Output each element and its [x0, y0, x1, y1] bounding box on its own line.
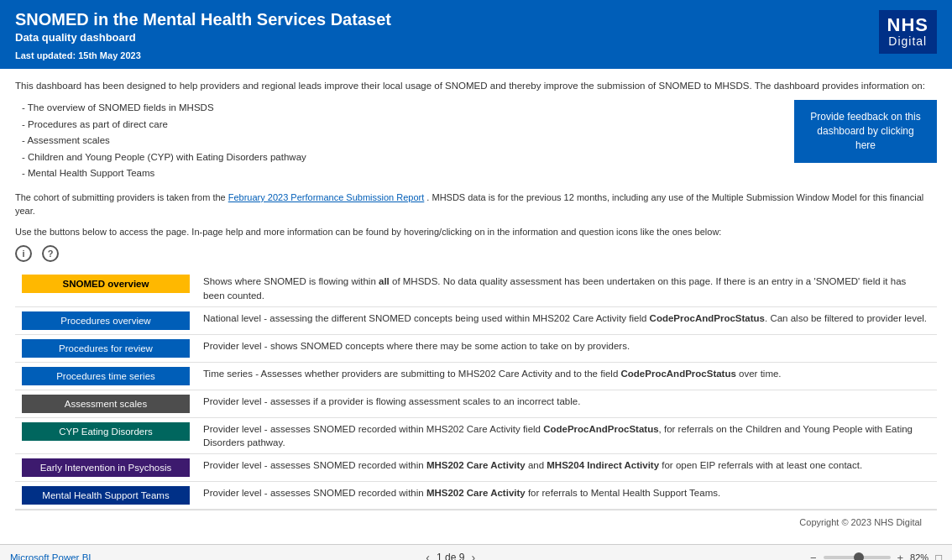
info-row: - The overview of SNOMED fields in MHSDS… — [15, 100, 937, 182]
nav-row-1: Procedures overview National level - ass… — [15, 306, 937, 334]
nav-row-5: CYP Eating Disorders Provider level - as… — [15, 417, 937, 453]
bullet-1: - The overview of SNOMED fields in MHSDS — [22, 100, 794, 117]
page-navigation: ‹ 1 de 9 › — [426, 551, 475, 560]
nav-desc-6: Provider level - assesses SNOMED recorde… — [196, 453, 937, 481]
next-page-button[interactable]: › — [471, 551, 475, 560]
nav-row-7: Mental Health Support Teams Provider lev… — [15, 481, 937, 509]
cohort-link[interactable]: February 2023 Performance Submission Rep… — [228, 192, 425, 202]
updated-date: 15th May 2023 — [78, 50, 141, 60]
nav-desc-7: Provider level - assesses SNOMED recorde… — [196, 481, 937, 509]
nhs-logo: NHS Digital — [879, 10, 937, 54]
bullet-2: - Procedures as part of direct care — [22, 117, 794, 133]
feedback-button[interactable]: Provide feedback on this dashboard by cl… — [794, 100, 937, 162]
header: SNOMED in the Mental Health Services Dat… — [0, 0, 952, 69]
info-icon[interactable]: i — [15, 245, 32, 262]
header-updated: Last updated: 15th May 2023 — [15, 50, 391, 60]
nav-row-3: Procedures time series Time series - Ass… — [15, 362, 937, 390]
zoom-handle[interactable] — [854, 552, 864, 560]
app-name[interactable]: Microsoft Power BI — [10, 552, 92, 560]
nav-table: SNOMED overview Shows where SNOMED is fl… — [15, 270, 937, 509]
use-text: Use the buttons below to access the page… — [15, 225, 937, 239]
updated-label: Last updated: — [15, 50, 76, 60]
nav-row-2: Procedures for review Provider level - s… — [15, 334, 937, 362]
nav-btn-eip[interactable]: Early Intervention in Psychosis — [22, 458, 190, 477]
cohort-text: The cohort of submitting providers is ta… — [15, 191, 937, 218]
nav-btn-procedures-time-series[interactable]: Procedures time series — [22, 367, 190, 385]
nav-btn-procedures-overview[interactable]: Procedures overview — [22, 311, 190, 330]
nav-btn-mhst[interactable]: Mental Health Support Teams — [22, 486, 190, 505]
page-info: 1 de 9 — [437, 552, 464, 560]
question-icon[interactable]: ? — [42, 245, 59, 262]
nav-row-0: SNOMED overview Shows where SNOMED is fl… — [15, 270, 937, 306]
fit-page-icon[interactable]: □ — [935, 552, 942, 560]
header-subtitle: Data quality dashboard — [15, 31, 391, 44]
zoom-out-button[interactable]: − — [810, 552, 817, 560]
nav-btn-snomed-overview[interactable]: SNOMED overview — [22, 275, 190, 293]
zoom-level: 82% — [910, 552, 928, 560]
nav-desc-2: Provider level - shows SNOMED concepts w… — [196, 334, 937, 362]
zoom-slider[interactable] — [824, 556, 891, 559]
header-title: SNOMED in the Mental Health Services Dat… — [15, 10, 391, 29]
nav-desc-0: Shows where SNOMED is flowing within all… — [196, 270, 937, 306]
prev-page-button[interactable]: ‹ — [426, 551, 430, 560]
bullet-5: - Mental Health Support Teams — [22, 165, 794, 182]
bullet-3: - Assessment scales — [22, 133, 794, 149]
nav-desc-3: Time series - Assesses whether providers… — [196, 362, 937, 390]
footer: Copyright © 2023 NHS Digital — [15, 510, 937, 534]
bullet-list: - The overview of SNOMED fields in MHSDS… — [22, 100, 794, 182]
info-left: - The overview of SNOMED fields in MHSDS… — [15, 100, 794, 182]
bottom-bar: Microsoft Power BI ‹ 1 de 9 › − + 82% □ — [0, 544, 952, 560]
zoom-in-button[interactable]: + — [897, 552, 904, 560]
icon-row: i ? — [15, 245, 937, 262]
nav-desc-5: Provider level - assesses SNOMED recorde… — [196, 417, 937, 453]
cohort-prefix: The cohort of submitting providers is ta… — [15, 192, 226, 202]
intro-text: This dashboard has been designed to help… — [15, 79, 937, 93]
bullet-4: - Children and Young People (CYP) with E… — [22, 149, 794, 166]
nav-btn-procedures-review[interactable]: Procedures for review — [22, 339, 190, 358]
header-left: SNOMED in the Mental Health Services Dat… — [15, 10, 391, 60]
zoom-controls: − + 82% □ — [810, 552, 942, 560]
nav-btn-assessment-scales[interactable]: Assessment scales — [22, 395, 190, 413]
nav-desc-4: Provider level - assesses if a provider … — [196, 390, 937, 417]
nav-row-6: Early Intervention in Psychosis Provider… — [15, 453, 937, 481]
content-area: This dashboard has been designed to help… — [0, 69, 952, 544]
nav-row-4: Assessment scales Provider level - asses… — [15, 390, 937, 417]
nav-btn-cyp-eating-disorders[interactable]: CYP Eating Disorders — [22, 422, 190, 441]
copyright-text: Copyright © 2023 NHS Digital — [799, 517, 922, 527]
nav-desc-1: National level - assessing the different… — [196, 306, 937, 334]
